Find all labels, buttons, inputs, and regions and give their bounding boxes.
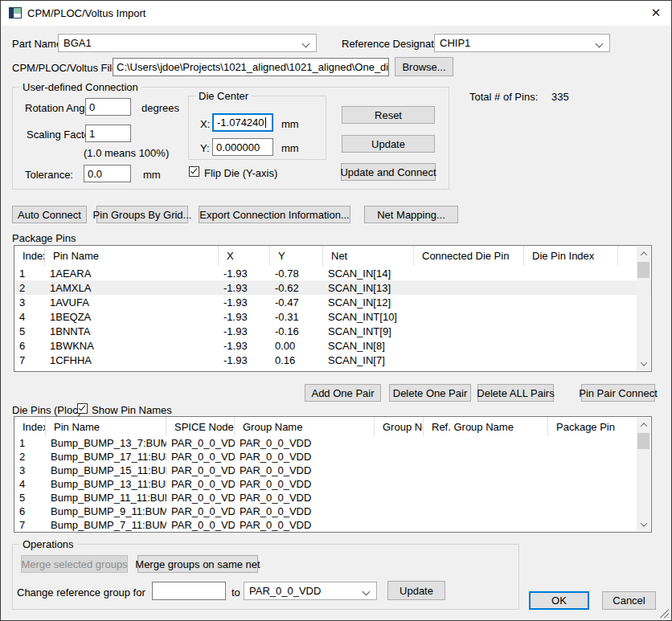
table-row[interactable]: 4Bump_BUMP_13_11:BUMP...PAR_0_0_VDDPAR_0…	[14, 477, 651, 491]
column-header[interactable]: Connected Die Pin	[414, 246, 524, 266]
export-connection-information-button[interactable]: Export Connection Information...	[199, 206, 350, 223]
table-row[interactable]: 11AEARA-1.93-0.78SCAN_IN[14]	[14, 266, 651, 280]
table-row[interactable]: 5Bump_BUMP_11_11:BUMP...PAR_0_0_VDDPAR_0…	[14, 491, 651, 505]
column-header[interactable]: Y	[270, 246, 323, 266]
cpm-ploc-voltus-import-dialog: CPM/PLOC/Voltus Import ✕ Part Name: BGA1…	[0, 0, 672, 621]
app-icon	[9, 7, 22, 18]
show-pin-names-checkbox[interactable]	[77, 403, 88, 414]
reset-button[interactable]: Reset	[342, 106, 435, 124]
cell-x: -1.93	[219, 325, 270, 337]
delete-one-pair-button[interactable]: Delete One Pair	[389, 384, 471, 402]
file-path-input[interactable]: C:\Users\jdoe\Projects\1021_aligned\1021…	[113, 58, 389, 76]
pin-groups-by-grid-button[interactable]: Pin Groups By Grid...	[96, 206, 188, 223]
cell-x: -1.93	[219, 311, 270, 323]
flip-die-checkbox[interactable]	[189, 166, 199, 177]
update-and-connect-button[interactable]: Update and Connect	[341, 163, 436, 181]
ok-button[interactable]: OK	[529, 591, 589, 610]
update-button[interactable]: Update	[342, 135, 435, 153]
rotation-angle-value: 0	[89, 101, 95, 113]
package-pins-table: Index Pin Name X Y Net Connected Die Pin…	[14, 245, 652, 372]
cell-group-name: PAR_0_0_VDD	[235, 437, 375, 449]
part-name-combobox[interactable]: BGA1	[58, 34, 317, 52]
part-name-label: Part Name:	[12, 38, 65, 50]
part-name-value: BGA1	[64, 37, 92, 49]
column-header[interactable]: Pin Name	[45, 246, 219, 266]
scaling-factor-input[interactable]: 1	[85, 125, 131, 142]
merge-groups-same-net-button[interactable]: Merge groups on same net	[137, 555, 258, 573]
tolerance-value: 0.0	[88, 168, 102, 180]
table-row[interactable]: 2Bump_BUMP_17_11:BUMP...PAR_0_0_VDDPAR_0…	[14, 450, 651, 464]
vertical-scrollbar[interactable]	[637, 418, 650, 531]
column-header[interactable]: Group Name	[235, 417, 375, 436]
table-row[interactable]: 1Bump_BUMP_13_7:BUMP:10PAR_0_0_VDDPAR_0_…	[14, 436, 651, 450]
resize-grip-icon[interactable]	[659, 608, 669, 618]
auto-connect-button[interactable]: Auto Connect	[12, 206, 87, 223]
column-header[interactable]: Die Pin Index	[524, 246, 618, 266]
cell-group-name: PAR_0_0_VDD	[235, 492, 375, 504]
column-header[interactable]: X	[219, 246, 270, 266]
degrees-label: degrees	[141, 102, 179, 114]
cancel-button[interactable]: Cancel	[602, 591, 656, 610]
table-row[interactable]: 61BWKNA-1.930.00SCAN_IN[8]	[14, 338, 651, 353]
cell-y: -0.62	[270, 282, 323, 294]
table-row[interactable]: 51BNNTA-1.93-0.16SCAN_INT[9]	[14, 324, 651, 338]
table-row[interactable]: 41BEQZA-1.93-0.31SCAN_INT[10]	[14, 309, 651, 324]
browse-button[interactable]: Browse...	[395, 57, 453, 76]
cell-x: -1.93	[219, 340, 270, 352]
operations-update-button[interactable]: Update	[387, 581, 445, 600]
to-label: to	[232, 586, 240, 599]
column-header[interactable]: Ref. Group Name	[424, 417, 548, 436]
cell-net: SCAN_IN[13]	[323, 282, 414, 294]
net-mapping-button[interactable]: Net Mapping...	[364, 206, 458, 223]
cell-pin-name: 1CFHHA	[45, 354, 219, 366]
cell-pin-name: Bump_BUMP_13_7:BUMP:10	[46, 437, 166, 449]
chevron-down-icon	[363, 588, 371, 596]
cell-index: 5	[14, 325, 45, 337]
ref-designator-combobox[interactable]: CHIP1	[434, 34, 610, 52]
close-button[interactable]: ✕	[644, 2, 668, 23]
column-header[interactable]: Net	[323, 246, 414, 266]
table-row[interactable]: 7Bump_BUMP_7_11:BUMP:10PAR_0_0_VDDPAR_0_…	[14, 518, 651, 532]
rotation-angle-input[interactable]: 0	[85, 98, 131, 116]
scroll-down-button[interactable]	[637, 517, 650, 531]
table-row[interactable]: 31AVUFA-1.93-0.47SCAN_IN[12]	[14, 295, 651, 309]
column-header[interactable]: Package Pin	[548, 417, 638, 436]
scrollbar-thumb[interactable]	[637, 433, 649, 449]
cell-index: 2	[14, 451, 46, 463]
change-reference-group-input[interactable]	[152, 582, 226, 600]
table-row[interactable]: 3Bump_BUMP_15_11:BUMP...PAR_0_0_VDDPAR_0…	[14, 464, 651, 477]
die-center-x-input[interactable]: -1.074240	[212, 113, 273, 132]
reference-group-combobox[interactable]: PAR_0_0_VDD	[244, 582, 377, 600]
cell-net: SCAN_IN[8]	[323, 340, 414, 352]
column-header[interactable]: Group Net	[375, 417, 424, 436]
scroll-up-button[interactable]	[637, 247, 650, 260]
delete-all-pairs-button[interactable]: Delete ALL Pairs	[477, 384, 554, 402]
table-row[interactable]: 21AMXLA-1.93-0.62SCAN_IN[13]	[14, 280, 651, 295]
table-row[interactable]: 81COFBA-1.930.31SCAN_INT[5]	[14, 367, 651, 372]
column-header[interactable]: Index	[14, 246, 45, 266]
die-center-x-unit: mm	[281, 118, 299, 130]
column-header[interactable]: Index	[14, 417, 46, 436]
cell-net: SCAN_IN[12]	[323, 296, 414, 308]
cell-y: 0.31	[270, 369, 323, 373]
column-header[interactable]: SPICE Node	[166, 417, 235, 436]
scroll-down-button[interactable]	[637, 357, 650, 370]
cell-pin-name: Bump_BUMP_9_11:BUMP:10	[46, 505, 166, 517]
die-center-y-label: Y:	[200, 142, 210, 154]
vertical-scrollbar[interactable]	[637, 247, 650, 370]
column-header[interactable]: Pin Name	[46, 417, 166, 436]
tolerance-input[interactable]: 0.0	[84, 165, 131, 182]
scrollbar-thumb[interactable]	[637, 262, 649, 278]
table-row[interactable]: 71CFHHA-1.930.16SCAN_IN[7]	[14, 353, 651, 367]
pin-pair-connect-button[interactable]: Pin Pair Connect	[581, 384, 655, 402]
table-row[interactable]: 6Bump_BUMP_9_11:BUMP:10PAR_0_0_VDDPAR_0_…	[14, 505, 651, 518]
chevron-down-icon	[640, 520, 646, 526]
cell-pin-name: Bump_BUMP_13_11:BUMP...	[46, 478, 166, 490]
cell-pin-name: 1BEQZA	[45, 311, 219, 323]
add-one-pair-button[interactable]: Add One Pair	[305, 384, 381, 402]
tolerance-unit-label: mm	[143, 169, 161, 181]
tolerance-label: Tolerance:	[25, 169, 73, 181]
scroll-up-button[interactable]	[637, 418, 650, 431]
die-center-y-input[interactable]: 0.000000	[212, 138, 273, 156]
cell-spice-node: PAR_0_0_VDD	[166, 478, 235, 490]
